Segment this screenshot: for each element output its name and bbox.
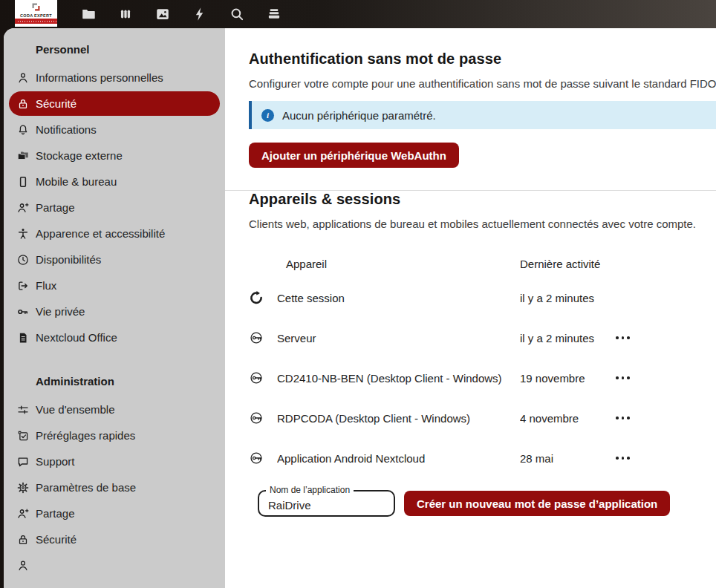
columns-icon[interactable] <box>117 6 134 22</box>
sidebar-item-apparence-accessibilite[interactable]: Apparence et accessibilité <box>9 221 220 246</box>
app-key-icon <box>249 411 277 425</box>
device-activity: 4 novembre <box>520 412 614 425</box>
info-icon: i <box>261 109 274 122</box>
device-name: Cette session <box>277 292 520 304</box>
app-name-field: Nom de l’application <box>258 490 395 517</box>
row-menu-button[interactable] <box>614 332 644 344</box>
sidebar-item-label: Flux <box>36 279 56 292</box>
sidebar-item-label: Paramètres de base <box>36 481 136 494</box>
logo-mark-icon <box>30 1 42 13</box>
topbar: CODA EXPERT <box>0 0 716 28</box>
app-key-icon <box>249 330 277 345</box>
sidebar-item-partage-personnel[interactable]: Partage <box>9 195 220 220</box>
create-app-password-button[interactable]: Créer un nouveau mot de passe d’applicat… <box>404 491 670 516</box>
sessions-table: Appareil Dernière activité Cette session… <box>249 249 644 478</box>
col-device: Appareil <box>277 258 520 270</box>
device-name: RDPCODA (Desktop Client - Windows) <box>277 412 520 425</box>
account-plus-icon <box>16 507 30 520</box>
lock-icon <box>16 97 30 111</box>
add-webauthn-button[interactable]: Ajouter un périphérique WebAuthn <box>249 143 459 168</box>
sidebar-item-label: Mobile & bureau <box>36 175 117 188</box>
sidebar-item-prereglages-rapides[interactable]: Préréglages rapides <box>9 423 220 448</box>
folders-icon <box>16 149 30 163</box>
clock-icon <box>16 253 30 267</box>
banner-text: Aucun périphérique paramétré. <box>282 109 436 122</box>
row-menu-button[interactable] <box>614 452 644 464</box>
sidebar-item-label: Vue d'ensemble <box>36 403 115 416</box>
exit-arrow-icon <box>16 279 30 293</box>
sidebar-item-disponibilites[interactable]: Disponibilités <box>9 247 220 272</box>
logo-red-bar <box>15 19 57 24</box>
sidebar-item-label: Partage <box>36 201 75 214</box>
device-activity: il y a 2 minutes <box>520 292 614 304</box>
person-icon <box>16 559 30 572</box>
lightning-icon[interactable] <box>192 6 208 22</box>
row-menu-button[interactable] <box>614 412 644 424</box>
table-row: Cette session il y a 2 minutes <box>249 278 644 318</box>
sidebar-item-parametres-de-base[interactable]: Paramètres de base <box>9 475 220 500</box>
sidebar-item-label: Sécurité <box>36 533 77 546</box>
table-row: RDPCODA (Desktop Client - Windows) 4 nov… <box>249 398 644 438</box>
sidebar-item-label: Sécurité <box>36 97 77 110</box>
device-activity: 28 mai <box>520 452 614 465</box>
sidebar-item-label: Informations personnelles <box>36 71 163 84</box>
sidebar-item-stockage-externe[interactable]: Stockage externe <box>9 143 220 168</box>
passwordless-title: Authentification sans mot de passe <box>249 50 716 68</box>
sidebar-item-vie-privee[interactable]: Vie privée <box>9 299 220 324</box>
accessibility-icon <box>16 227 30 241</box>
sidebar-heading-personnel: Personnel <box>4 36 225 64</box>
sidebar-item-label: Nextcloud Office <box>36 331 117 344</box>
sidebar-item-label: Disponibilités <box>36 253 101 266</box>
table-row: Application Android Nextcloud 28 mai <box>249 438 644 478</box>
settings-sidebar: Personnel Informations personnelles Sécu… <box>4 28 225 588</box>
account-plus-icon <box>16 201 30 215</box>
sidebar-item-label: Apparence et accessibilité <box>36 227 165 240</box>
sidebar-item-support[interactable]: Support <box>9 449 220 474</box>
stack-icon[interactable] <box>266 6 282 22</box>
sidebar-item-flux[interactable]: Flux <box>9 273 220 298</box>
app-name-input[interactable] <box>259 491 394 515</box>
folder-icon[interactable] <box>80 6 97 22</box>
key-icon <box>16 305 30 318</box>
col-activity: Dernière activité <box>520 258 614 270</box>
table-row: Serveur il y a 2 minutes <box>249 318 644 358</box>
sidebar-item-label: Partage <box>36 507 75 520</box>
sidebar-item-notifications[interactable]: Notifications <box>9 117 220 142</box>
sliders-icon <box>16 403 30 416</box>
sidebar-item-partage-admin[interactable]: Partage <box>9 501 220 526</box>
devices-subtitle: Clients web, applications de bureau et m… <box>249 218 716 230</box>
checkbox-icon <box>16 429 30 442</box>
sidebar-item-label: Stockage externe <box>36 149 123 162</box>
device-activity: 19 novembre <box>520 372 614 385</box>
table-row: CD2410-NB-BEN (Desktop Client - Windows)… <box>249 358 644 398</box>
sidebar-item-securite[interactable]: Sécurité <box>9 91 220 116</box>
app-key-icon <box>249 451 277 466</box>
device-name: Application Android Nextcloud <box>277 452 520 465</box>
device-name: Serveur <box>277 332 520 344</box>
sidebar-item-mobile-bureau[interactable]: Mobile & bureau <box>9 169 220 194</box>
person-icon <box>16 71 30 85</box>
bell-icon <box>16 123 30 137</box>
table-header: Appareil Dernière activité <box>249 249 644 278</box>
sidebar-item-informations-personnelles[interactable]: Informations personnelles <box>9 65 220 90</box>
sidebar-item-partial[interactable] <box>9 553 220 578</box>
row-menu-button[interactable] <box>614 372 644 384</box>
app-container: Personnel Informations personnelles Sécu… <box>4 28 716 588</box>
sidebar-item-securite-admin[interactable]: Sécurité <box>9 527 220 552</box>
sidebar-item-vue-densemble[interactable]: Vue d'ensemble <box>9 397 220 422</box>
smartphone-icon <box>16 175 30 189</box>
session-icon <box>249 290 277 305</box>
sidebar-item-label: Vie privée <box>36 305 85 318</box>
sidebar-item-label: Support <box>36 455 75 468</box>
settings-content: Authentification sans mot de passe Confi… <box>225 28 716 588</box>
sidebar-item-nextcloud-office[interactable]: Nextcloud Office <box>9 325 220 350</box>
no-device-banner: i Aucun périphérique paramétré. <box>249 101 716 129</box>
logo-text: CODA EXPERT <box>20 13 52 18</box>
search-icon[interactable] <box>229 6 245 22</box>
lock-icon <box>16 533 30 546</box>
app-key-icon <box>249 370 277 385</box>
app-logo[interactable]: CODA EXPERT <box>15 0 57 27</box>
device-activity: il y a 2 minutes <box>520 332 614 344</box>
photos-icon[interactable] <box>154 6 171 22</box>
sidebar-heading-administration: Administration <box>4 368 225 396</box>
